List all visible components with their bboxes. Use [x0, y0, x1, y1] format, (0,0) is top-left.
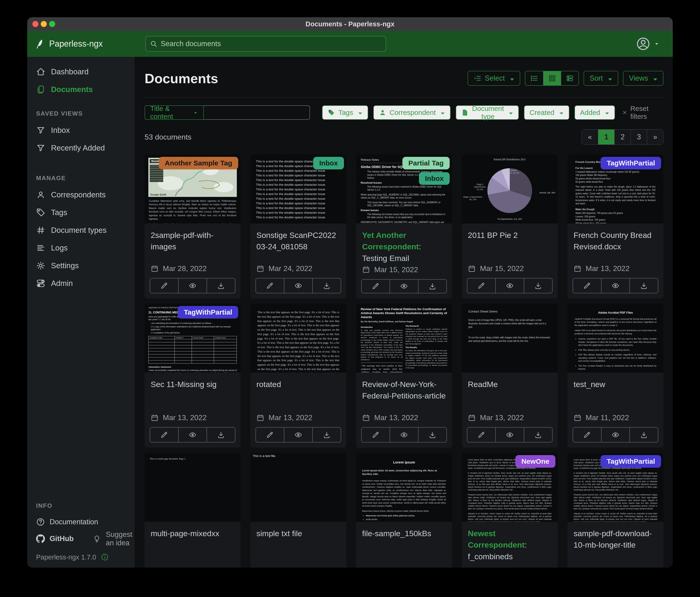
view-button[interactable]: [178, 279, 206, 293]
document-title[interactable]: 2sample-pdf-with-images: [145, 223, 241, 254]
search-input[interactable]: [161, 40, 381, 48]
edit-button[interactable]: [256, 279, 284, 293]
tag-chip-inbox[interactable]: Inbox: [419, 172, 450, 185]
document-title[interactable]: Newest Correspondent: f_combineds: [462, 522, 558, 564]
download-button[interactable]: [418, 428, 446, 442]
view-button[interactable]: [284, 428, 312, 442]
download-button[interactable]: [312, 428, 341, 442]
tag-chip-inbox[interactable]: Inbox: [313, 157, 344, 169]
edit-button[interactable]: [256, 428, 284, 442]
document-thumbnail[interactable]: Review of New York Federal Petitions for…: [356, 304, 452, 373]
view-button[interactable]: [495, 428, 524, 442]
document-thumbnail[interactable]: This is the text that appears on the fir…: [250, 304, 346, 373]
download-button[interactable]: [629, 279, 658, 293]
select-button[interactable]: Select: [468, 71, 520, 86]
minimize-window-button[interactable]: [41, 21, 47, 27]
download-button[interactable]: [629, 428, 658, 442]
document-thumbnail[interactable]: Patient BP Distribution 2011 Normal, 150…: [462, 154, 558, 223]
filter-button-created[interactable]: Created: [524, 105, 569, 120]
view-button[interactable]: [601, 279, 629, 293]
close-window-button[interactable]: [32, 21, 39, 27]
filter-button-tags[interactable]: Tags: [322, 105, 368, 120]
document-card-simple-txt-file[interactable]: This is a test file.simple txt file: [250, 453, 346, 568]
user-menu[interactable]: [636, 37, 666, 51]
sidebar-item-document-types[interactable]: Document types: [27, 221, 134, 239]
view-button[interactable]: [284, 279, 312, 293]
view-button[interactable]: [390, 280, 418, 293]
document-card-sec-11-missing-sig[interactable]: Application for Medical Staff Membership…: [145, 304, 241, 448]
edit-button[interactable]: [467, 279, 495, 293]
document-title[interactable]: file-sample_150kBs: [356, 522, 452, 541]
document-card-rotated[interactable]: This is the text that appears on the fir…: [250, 304, 346, 448]
edit-button[interactable]: [361, 280, 390, 293]
view-button[interactable]: [495, 279, 524, 293]
page-previous[interactable]: «: [582, 129, 598, 144]
sidebar-item-dashboard[interactable]: Dashboard: [27, 63, 134, 80]
document-card-readme[interactable]: Contact Sheet DemoGiven a set of image f…: [462, 304, 558, 448]
filter-field-selector[interactable]: Title & content: [145, 105, 204, 120]
edit-button[interactable]: [150, 428, 178, 442]
document-card-multi-page-mixedxx[interactable]: This is a multi page document. Page 1.mu…: [145, 453, 241, 568]
download-button[interactable]: [524, 279, 552, 293]
document-title[interactable]: Sec 11-Missing sig: [145, 373, 241, 391]
filter-text-input[interactable]: [204, 105, 310, 120]
document-title[interactable]: 2011 BP Pie 2: [462, 223, 558, 242]
download-button[interactable]: [418, 280, 446, 293]
document-card-f-combineds[interactable]: Lorem ipsum dolor sit amet, consectetur …: [462, 453, 558, 568]
download-button[interactable]: [312, 279, 341, 293]
edit-button[interactable]: [573, 279, 601, 293]
sidebar-item-inbox[interactable]: Inbox: [27, 121, 134, 139]
page-2[interactable]: 2: [614, 129, 631, 144]
tag-chip-tagwithpartial[interactable]: TagWithPartial: [601, 455, 661, 468]
document-title[interactable]: French Country Bread Revised.docx: [568, 223, 664, 254]
brand[interactable]: Paperless-ngx: [34, 39, 146, 49]
correspondent-link[interactable]: Yet Another Correspondent: [362, 231, 419, 251]
view-mode-list-ul[interactable]: [525, 71, 543, 85]
document-card-sample-pdf-download-10-mb-longer-title[interactable]: Lorem ipsum dolor sit amet, consectetur …: [568, 453, 664, 568]
sidebar-item-settings[interactable]: Settings: [27, 257, 134, 274]
document-title[interactable]: Yet Another Correspondent: Testing Email: [356, 223, 452, 265]
document-card-test-new[interactable]: Adobe Acrobat PDF Files Adobe® Portable …: [568, 304, 664, 448]
download-button[interactable]: [206, 428, 235, 442]
document-card-review-of-new-york-federal-petitions-article[interactable]: Review of New York Federal Petitions for…: [356, 304, 452, 448]
filter-button-added[interactable]: Added: [574, 105, 615, 120]
download-button[interactable]: [524, 428, 552, 442]
document-thumbnail[interactable]: Lorem ipsum Lorem ipsum dolor sit amet, …: [356, 453, 452, 522]
sidebar-item-tags[interactable]: Tags: [27, 204, 134, 221]
sidebar-item-correspondents[interactable]: Correspondents: [27, 186, 134, 204]
view-button[interactable]: [178, 428, 206, 442]
sidebar-item-suggest-an-idea[interactable]: Suggest an idea: [84, 530, 134, 547]
tag-chip-newone[interactable]: NewOne: [515, 455, 555, 468]
page-3[interactable]: 3: [631, 129, 647, 144]
tag-chip-tagwithpartial[interactable]: TagWithPartial: [601, 157, 661, 169]
sidebar-item-documentation[interactable]: Documentation: [27, 514, 134, 530]
sidebar-item-admin[interactable]: Admin: [27, 274, 134, 292]
zoom-window-button[interactable]: [49, 21, 55, 27]
document-title[interactable]: simple txt file: [250, 522, 346, 541]
page-1[interactable]: 1: [598, 129, 614, 144]
sort-button[interactable]: Sort: [583, 71, 618, 86]
edit-button[interactable]: [361, 428, 390, 442]
view-mode-hlist[interactable]: [561, 71, 578, 85]
tag-chip-partial-tag[interactable]: Partial Tag: [402, 157, 450, 169]
sidebar-item-github[interactable]: GitHub: [27, 530, 74, 547]
tag-chip-tagwithpartial[interactable]: TagWithPartial: [178, 306, 238, 318]
edit-button[interactable]: [467, 428, 495, 442]
search-bar[interactable]: [146, 36, 386, 51]
document-thumbnail[interactable]: This is a test file.: [250, 453, 346, 522]
filter-button-correspondent[interactable]: Correspondent: [373, 105, 451, 120]
document-card-french-country-bread-revised-docx[interactable]: French Country Bread For the Leaven1 hea…: [568, 154, 664, 298]
document-card-file-sample-150kbs[interactable]: Lorem ipsum Lorem ipsum dolor sit amet, …: [356, 453, 452, 568]
view-mode-grid[interactable]: [543, 71, 561, 85]
document-title[interactable]: multi-page-mixedxx: [145, 522, 241, 541]
sidebar-item-documents[interactable]: Documents: [27, 80, 134, 98]
tag-chip-another-sample-tag[interactable]: Another Sample Tag: [159, 157, 238, 169]
document-card-sonstige-scanpc2022-03-24-081058[interactable]: This is a test for the double space char…: [250, 154, 346, 298]
correspondent-link[interactable]: Newest Correspondent: [468, 529, 525, 549]
download-button[interactable]: [206, 279, 235, 293]
document-title[interactable]: Sonstige ScanPC2022 03-24_081058: [250, 223, 346, 254]
views-button[interactable]: Views: [623, 71, 664, 86]
info-icon[interactable]: [101, 553, 109, 561]
document-thumbnail[interactable]: This is a multi page document. Page 1.: [145, 453, 241, 522]
sidebar-item-recently-added[interactable]: Recently Added: [27, 139, 134, 157]
